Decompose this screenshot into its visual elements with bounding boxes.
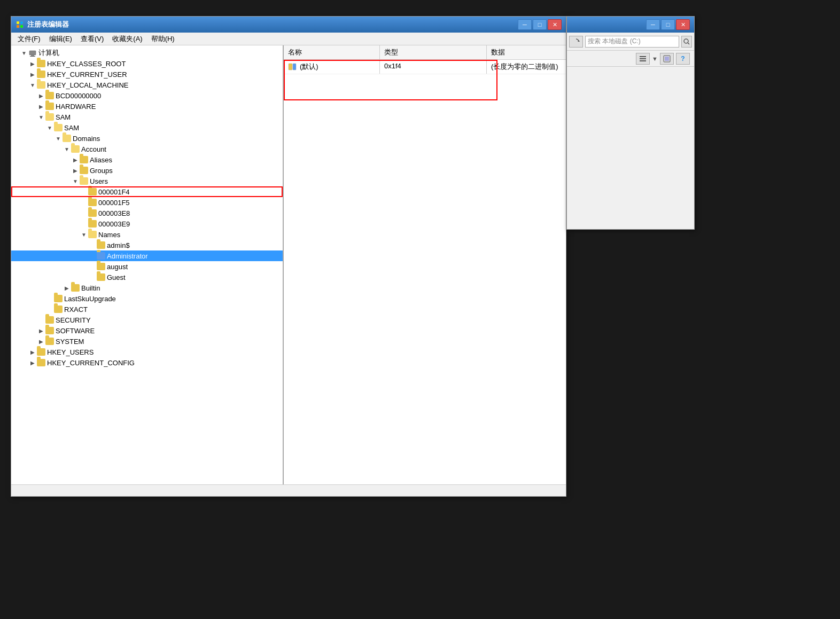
bcd-label: BCD00000000 bbox=[56, 92, 101, 100]
search-placeholder: 搜索 本地磁盘 (C:) bbox=[588, 37, 641, 46]
guest-expand-icon bbox=[88, 273, 97, 281]
hkcu-label: HKEY_CURRENT_USER bbox=[47, 70, 127, 79]
u3e9-folder-icon bbox=[88, 220, 97, 228]
explorer-refresh-btn[interactable] bbox=[569, 36, 583, 48]
explorer-close-btn[interactable]: ✕ bbox=[676, 19, 690, 30]
guest-folder-icon bbox=[97, 273, 105, 281]
explorer-maximize-btn[interactable]: □ bbox=[661, 19, 675, 30]
aliases-folder-icon bbox=[80, 156, 88, 163]
tree-item-000001f5[interactable]: 000001F5 bbox=[11, 197, 283, 208]
value-type-default: 0x1f4 bbox=[380, 60, 487, 74]
tree-item-000003e9[interactable]: 000003E9 bbox=[11, 218, 283, 229]
search-box[interactable]: 搜索 本地磁盘 (C:) bbox=[585, 36, 679, 48]
u3e8-folder-icon bbox=[88, 209, 97, 217]
u3e9-label: 000003E9 bbox=[98, 220, 130, 228]
svg-rect-14 bbox=[640, 60, 646, 61]
u1f4-expand-icon bbox=[80, 187, 88, 196]
hklm-label: HKEY_LOCAL_MACHINE bbox=[47, 81, 128, 89]
users-label: Users bbox=[90, 177, 108, 185]
tree-item-guest[interactable]: Guest bbox=[11, 272, 283, 283]
close-button[interactable]: ✕ bbox=[548, 19, 562, 30]
tree-item-aliases[interactable]: ▶ Aliases bbox=[11, 154, 283, 165]
explorer-window: ─ □ ✕ 搜索 本地磁盘 (C:) ▼ bbox=[566, 16, 695, 230]
security-label: SECURITY bbox=[56, 316, 91, 324]
groups-expand-icon: ▶ bbox=[71, 166, 80, 175]
tree-item-hklm[interactable]: ▼ HKEY_LOCAL_MACHINE bbox=[11, 80, 283, 90]
maximize-button[interactable]: □ bbox=[533, 19, 547, 30]
account-label: Account bbox=[81, 145, 106, 153]
menu-favorites[interactable]: 收藏夹(A) bbox=[108, 33, 146, 45]
tree-item-hardware[interactable]: ▶ HARDWARE bbox=[11, 101, 283, 112]
names-expand-icon: ▼ bbox=[80, 230, 88, 239]
tree-item-000001f4[interactable]: 000001F4 bbox=[11, 186, 283, 197]
tree-item-domains[interactable]: ▼ Domains bbox=[11, 133, 283, 144]
tree-root[interactable]: ▼ 计算机 bbox=[11, 48, 283, 58]
menu-help[interactable]: 帮助(H) bbox=[147, 33, 179, 45]
help-icon: ? bbox=[681, 55, 685, 62]
tree-item-rxact[interactable]: RXACT bbox=[11, 304, 283, 315]
value-name-default: (默认) bbox=[284, 60, 380, 74]
menu-view[interactable]: 查看(V) bbox=[76, 33, 108, 45]
tree-item-software[interactable]: ▶ SOFTWARE bbox=[11, 325, 283, 336]
aliases-expand-icon: ▶ bbox=[71, 155, 80, 164]
rxact-folder-icon bbox=[54, 305, 63, 313]
tree-item-users[interactable]: ▼ Users bbox=[11, 176, 283, 186]
builtin-label: Builtin bbox=[81, 284, 100, 292]
hkcu-expand-icon: ▶ bbox=[28, 70, 37, 79]
search-submit-btn[interactable] bbox=[681, 36, 692, 48]
col-name-header: 名称 bbox=[284, 45, 380, 59]
tree-panel[interactable]: ▼ 计算机 ▶ HKEY_CLASSES_ROOT ▶ H bbox=[11, 45, 284, 484]
svg-rect-0 bbox=[17, 21, 19, 24]
tree-item-builtin[interactable]: ▶ Builtin bbox=[11, 283, 283, 293]
view-dropdown-arrow: ▼ bbox=[652, 56, 658, 62]
hkcc-folder-icon bbox=[37, 359, 45, 366]
tree-item-lastsku[interactable]: LastSkuUpgrade bbox=[11, 293, 283, 304]
tree-item-system[interactable]: ▶ SYSTEM bbox=[11, 336, 283, 347]
tree-item-august[interactable]: august bbox=[11, 261, 283, 272]
value-row-default[interactable]: (默认) 0x1f4 (长度为零的二进制值) bbox=[284, 60, 566, 74]
menu-file[interactable]: 文件(F) bbox=[13, 33, 45, 45]
admins-folder-icon bbox=[97, 241, 105, 249]
svg-rect-3 bbox=[20, 25, 23, 28]
status-bar bbox=[11, 484, 566, 496]
minimize-button[interactable]: ─ bbox=[518, 19, 532, 30]
explorer-minimize-btn[interactable]: ─ bbox=[646, 19, 660, 30]
hku-expand-icon: ▶ bbox=[28, 348, 37, 356]
window-title: 注册表编辑器 bbox=[27, 20, 69, 29]
tree-item-sam[interactable]: ▼ SAM bbox=[11, 112, 283, 122]
svg-rect-4 bbox=[29, 51, 36, 55]
tree-item-sam2[interactable]: ▼ SAM bbox=[11, 122, 283, 133]
hardware-expand-icon: ▶ bbox=[37, 102, 45, 111]
search-icon bbox=[683, 38, 690, 45]
hkcr-folder-icon bbox=[37, 60, 45, 67]
rxact-label: RXACT bbox=[64, 305, 88, 314]
preview-btn[interactable] bbox=[660, 53, 674, 65]
hklm-expand-icon: ▼ bbox=[28, 81, 37, 89]
software-label: SOFTWARE bbox=[56, 327, 95, 335]
hklm-folder-icon bbox=[37, 81, 45, 89]
lastsku-expand-icon bbox=[45, 294, 54, 303]
tree-item-groups[interactable]: ▶ Groups bbox=[11, 165, 283, 176]
hardware-folder-icon bbox=[45, 103, 54, 110]
tree-item-bcd[interactable]: ▶ BCD00000000 bbox=[11, 90, 283, 101]
view-toggle-btn[interactable] bbox=[636, 53, 650, 65]
svg-rect-2 bbox=[17, 25, 19, 28]
tree-item-hku[interactable]: ▶ HKEY_USERS bbox=[11, 347, 283, 357]
tree-item-security[interactable]: SECURITY bbox=[11, 315, 283, 325]
tree-item-hkcu[interactable]: ▶ HKEY_CURRENT_USER bbox=[11, 69, 283, 80]
tree-item-names[interactable]: ▼ Names bbox=[11, 229, 283, 240]
help-btn[interactable]: ? bbox=[676, 53, 690, 65]
menu-edit[interactable]: 编辑(E) bbox=[45, 33, 76, 45]
tree-item-administrator[interactable]: Administrator bbox=[11, 250, 283, 261]
hku-label: HKEY_USERS bbox=[47, 348, 94, 356]
svg-line-11 bbox=[688, 43, 689, 44]
explorer-toolbar: 搜索 本地磁盘 (C:) bbox=[567, 33, 694, 51]
tree-item-admins[interactable]: admin$ bbox=[11, 240, 283, 250]
tree-item-account[interactable]: ▼ Account bbox=[11, 144, 283, 154]
tree-item-hkcc[interactable]: ▶ HKEY_CURRENT_CONFIG bbox=[11, 357, 283, 368]
tree-item-hkcr[interactable]: ▶ HKEY_CLASSES_ROOT bbox=[11, 58, 283, 69]
u1f5-folder-icon bbox=[88, 199, 97, 206]
sam2-folder-icon bbox=[54, 124, 63, 131]
tree-item-000003e8[interactable]: 000003E8 bbox=[11, 208, 283, 218]
guest-label: Guest bbox=[107, 273, 126, 281]
